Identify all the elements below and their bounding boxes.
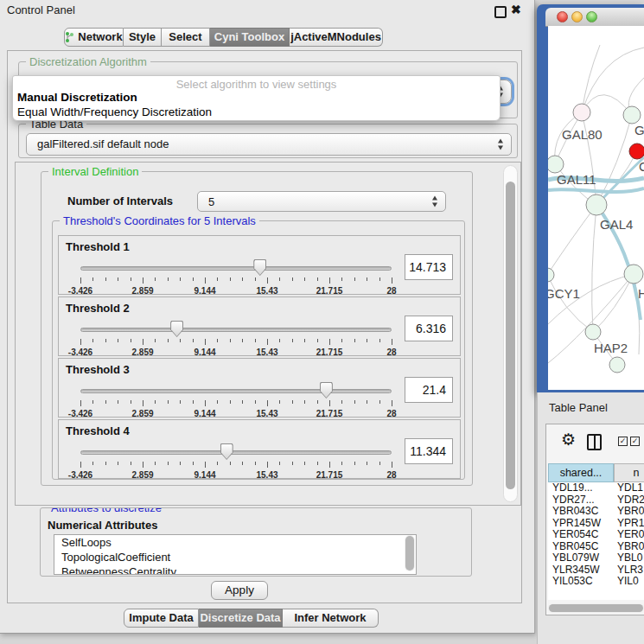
slider-tick-label: 9.144	[179, 470, 231, 480]
minimize-traffic-light[interactable]	[571, 11, 583, 22]
network-node-c[interactable]	[629, 143, 644, 159]
network-node-gcy1[interactable]	[548, 268, 554, 282]
dropdown-hint: Select algorithm to view settings	[13, 78, 500, 91]
table-row[interactable]: YBL079WYBL0	[548, 552, 644, 564]
slider-tick	[105, 277, 106, 281]
threshold-value-field[interactable]: 21.4	[405, 377, 453, 403]
network-view-window: GAL80GCGAL11GAL4GCY1HHAP2	[537, 4, 644, 392]
column-header-name[interactable]: n	[614, 463, 644, 482]
network-node-hap2[interactable]	[585, 324, 601, 340]
network-node-h[interactable]	[624, 265, 643, 284]
slider-thumb[interactable]	[220, 443, 233, 460]
scrollbar-thumb[interactable]	[549, 604, 643, 612]
scrollbar-thumb[interactable]	[405, 536, 414, 571]
zoom-traffic-light[interactable]	[586, 11, 597, 22]
slider-thumb[interactable]	[253, 259, 266, 276]
table-data-groupbox: Table Data galFiltered.sif default node	[18, 124, 518, 158]
slider-tick	[118, 462, 118, 465]
horizontal-scrollbar[interactable]	[548, 603, 644, 613]
threshold-slider[interactable]: -3.4262.8599.14415.4321.71528	[80, 443, 392, 478]
table-data-combo[interactable]: galFiltered.sif default node	[26, 133, 512, 156]
table-row[interactable]: YDR27...YDR2	[548, 494, 644, 507]
tab-label: Cyni Toolbox	[214, 29, 284, 46]
threshold-2-box: Threshold 2-3.4262.8599.14415.4321.71528…	[58, 296, 461, 356]
table-row[interactable]: YBR043CYBR0	[548, 506, 644, 518]
table-row[interactable]: YDL19...YDL1	[548, 482, 644, 494]
attribute-item-betweennesscentrality[interactable]: BetweennessCentrality	[54, 564, 416, 575]
slider-track[interactable]	[80, 266, 392, 271]
slider-tick-label: 2.859	[117, 348, 169, 357]
numerical-attributes-label: Numerical Attributes	[48, 519, 157, 532]
slider-tick	[205, 400, 206, 406]
slider-tick	[168, 339, 169, 342]
dropdown-item-equal-width-frequency-discretization[interactable]: Equal Width/Frequency Discretization	[17, 105, 212, 118]
threshold-value-field[interactable]: 6.316	[405, 316, 453, 341]
slider-tick	[354, 400, 355, 404]
table-row[interactable]: YER054CYER0	[548, 529, 644, 541]
table-row[interactable]: YPR145WYPR1	[548, 518, 644, 530]
network-window-titlebar[interactable]	[545, 8, 644, 27]
slider-tick-label: 9.144	[179, 409, 231, 418]
tab-label: Impute Data	[129, 609, 193, 627]
dropdown-item-manual-discretization[interactable]: Manual Discretization	[17, 91, 137, 104]
tab-network[interactable]: Network	[64, 28, 124, 47]
close-traffic-light[interactable]	[557, 11, 568, 22]
slider-track[interactable]	[80, 389, 392, 393]
checkbox-icon[interactable]: ✓	[630, 437, 640, 446]
gear-icon[interactable]: ⚙	[561, 430, 576, 449]
tab-impute-data[interactable]: Impute Data	[124, 609, 199, 628]
tab-style[interactable]: Style	[124, 28, 162, 47]
list-scrollbar[interactable]	[405, 535, 415, 571]
checkbox-icon[interactable]: ✓	[618, 437, 628, 446]
slider-track[interactable]	[80, 450, 392, 455]
tab-label: Network	[78, 29, 122, 46]
slider-tick	[341, 400, 342, 404]
network-node-gal11[interactable]	[548, 156, 564, 173]
slider-tick	[92, 339, 93, 342]
attribute-item-selfloops[interactable]: SelfLoops	[54, 535, 416, 550]
tab-cyni-toolbox[interactable]: Cyni Toolbox	[210, 28, 290, 47]
slider-track[interactable]	[80, 328, 392, 332]
float-window-icon[interactable]	[494, 6, 507, 18]
cell-shared-name: YDR27...	[552, 494, 595, 507]
slider-tick	[230, 277, 231, 281]
network-node-gal4[interactable]	[586, 194, 607, 215]
network-canvas[interactable]: GAL80GCGAL11GAL4GCY1HHAP2	[548, 26, 644, 390]
apply-button[interactable]: Apply	[211, 581, 268, 600]
tab-infer-network[interactable]: Infer Network	[283, 609, 379, 628]
threshold-slider[interactable]: -3.4262.8599.14415.4321.71528	[80, 321, 392, 355]
cell-name: YDL1	[617, 482, 643, 494]
network-node-gal80[interactable]	[573, 104, 590, 121]
number-of-intervals-combo[interactable]: 5	[197, 191, 446, 212]
table-row[interactable]: YIL053CYIL0	[548, 576, 644, 588]
tab-jactivemnodules[interactable]: jActiveMNodules	[290, 28, 383, 47]
split-columns-icon[interactable]	[587, 434, 602, 450]
table-row[interactable]: YLR345WYLR3	[548, 564, 644, 577]
slider-tick	[168, 277, 169, 281]
cell-shared-name: YPR145W	[552, 518, 601, 530]
cell-name: YBR0	[617, 541, 644, 553]
cyni-bottom-tabbar: Impute DataDiscretize DataInfer Network	[124, 609, 379, 628]
slider-thumb[interactable]	[170, 321, 183, 337]
threshold-1-box: Threshold 1-3.4262.8599.14415.4321.71528…	[58, 235, 461, 295]
close-icon[interactable]: ✖	[511, 3, 521, 16]
network-node-g[interactable]	[623, 106, 641, 124]
numerical-attributes-list[interactable]: SelfLoopsTopologicalCoefficientBetweenne…	[54, 534, 417, 575]
threshold-value-field[interactable]: 11.344	[405, 438, 453, 464]
column-header-shared-name[interactable]: shared...	[548, 463, 614, 482]
attribute-item-topologicalcoefficient[interactable]: TopologicalCoefficient	[54, 550, 416, 564]
cell-shared-name: YBL079W	[552, 552, 599, 564]
network-node[interactable]	[609, 357, 625, 373]
tab-discretize-data[interactable]: Discretize Data	[199, 609, 283, 628]
threshold-value-field[interactable]: 14.713	[405, 254, 453, 280]
threshold-slider[interactable]: -3.4262.8599.14415.4321.71528	[80, 382, 392, 417]
tab-select[interactable]: Select	[162, 28, 210, 47]
vertical-scrollbar[interactable]	[503, 165, 518, 502]
scrollbar-thumb[interactable]	[506, 182, 515, 489]
slider-thumb[interactable]	[320, 382, 333, 399]
slider-tick	[279, 462, 280, 465]
slider-tick	[329, 462, 330, 468]
threshold-slider[interactable]: -3.4262.8599.14415.4321.71528	[80, 259, 392, 294]
table-row[interactable]: YBR045CYBR0	[548, 541, 644, 553]
slider-tick	[304, 400, 305, 404]
